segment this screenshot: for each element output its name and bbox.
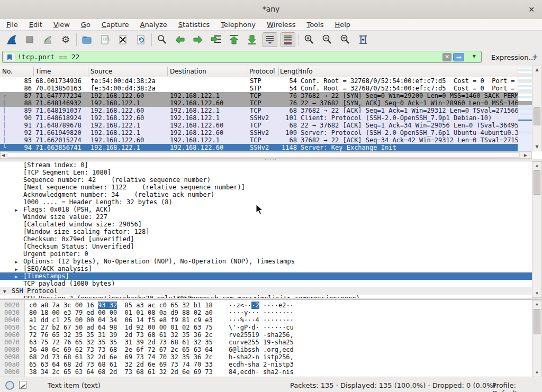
- packet-row[interactable]: └9471.663856741192.168.122.1192.168.122.…: [0, 144, 518, 151]
- scroll-left-icon[interactable]: ◀: [2, 152, 5, 159]
- detail-line[interactable]: [Next sequence number: 1122 (relative se…: [0, 184, 532, 191]
- hex-row[interactable]: 003080 18 00 e3 79 ed 00 00 01 01 08 0a …: [0, 309, 532, 316]
- go-last-button[interactable]: [245, 32, 259, 47]
- hex-bytes[interactable]: 38 34 2c 65 63 64 68 2d 73 68 61 32 2d 6…: [29, 368, 213, 376]
- zoom-original-button[interactable]: [338, 32, 353, 47]
- scroll-down-icon[interactable]: ▼: [532, 143, 541, 151]
- detail-line[interactable]: [TCP Segment Len: 1080]: [0, 169, 532, 176]
- menu-file[interactable]: File: [6, 21, 18, 29]
- hex-row[interactable]: 006072 76 65 32 35 35 31 39 2d 73 68 61 …: [0, 331, 532, 339]
- expert-info-icon[interactable]: [5, 381, 14, 390]
- hex-row[interactable]: 008036 40 6c 69 62 73 73 68 2e 6f 72 67 …: [0, 346, 532, 353]
- packet-row[interactable]: │8871.648146932192.168.122.1192.168.122.…: [0, 99, 518, 107]
- expression-button[interactable]: Expression…: [491, 53, 536, 61]
- scroll-right-icon[interactable]: ▶: [524, 152, 527, 159]
- detail-line[interactable]: [Stream index: 0]: [0, 161, 532, 169]
- restart-capture-button[interactable]: [40, 32, 55, 47]
- packet-list-header[interactable]: No.TimeSourceDestinationProtocolLengthIn…: [0, 66, 532, 78]
- reload-file-button[interactable]: [133, 32, 148, 47]
- scrollbar-thumb[interactable]: [534, 107, 540, 125]
- detail-line[interactable]: ▶SSH Version 2 (encryption:chacha20-poly…: [0, 295, 532, 298]
- detail-line[interactable]: [Window size scaling factor: 128]: [0, 228, 532, 235]
- packet-row[interactable]: │8971.648191037192.168.122.60192.168.122…: [0, 107, 518, 114]
- expanded-arrow-icon[interactable]: ▼: [3, 288, 6, 295]
- hex-ascii[interactable]: ····y··· ········: [229, 309, 294, 316]
- hex-row[interactable]: 00a065 63 64 68 2d 73 68 61 32 2d 6e 69 …: [0, 361, 532, 368]
- hex-bytes[interactable]: a1 dd c1 25 00 00 04 34 06 14 f5 e8 f9 8…: [29, 316, 213, 324]
- hex-bytes[interactable]: 5c 27 b2 67 50 ad 64 98 1d 92 00 00 01 0…: [29, 324, 213, 331]
- chevron-down-icon[interactable]: ▼: [473, 54, 476, 59]
- column-separator[interactable]: [278, 67, 279, 76]
- scroll-up-icon[interactable]: ▲: [532, 300, 541, 308]
- column-separator[interactable]: [299, 67, 299, 76]
- colorize-button[interactable]: [281, 32, 295, 47]
- hex-ascii[interactable]: ··z<···2 ····e2··: [229, 302, 294, 309]
- close-file-button[interactable]: [115, 32, 130, 47]
- detail-line[interactable]: ▼SSH Protocol: [0, 287, 532, 295]
- zoom-out-button[interactable]: [320, 32, 335, 47]
- hex-row[interactable]: 00505c 27 b2 67 50 ad 64 98 1d 92 00 00 …: [0, 324, 532, 331]
- hex-ascii[interactable]: curve255 19-sha25: [229, 339, 294, 346]
- capture-comment-icon[interactable]: [19, 381, 26, 389]
- hex-bytes[interactable]: 72 76 65 32 35 35 31 39 2d 73 68 61 32 3…: [29, 331, 213, 339]
- column-header-no[interactable]: No.: [2, 68, 13, 75]
- hex-row[interactable]: 009068 2d 73 68 61 32 2d 6e 69 73 74 70 …: [0, 353, 532, 361]
- collapsed-arrow-icon[interactable]: ▶: [15, 266, 17, 273]
- zoom-in-button[interactable]: [302, 32, 317, 47]
- packet-row[interactable]: 8568.001734936fe:54:00:d4:38:2aSTP54Conf…: [0, 77, 518, 85]
- detail-line[interactable]: ▶Options: (12 bytes), No-Operation (NOP)…: [0, 258, 532, 265]
- filter-input[interactable]: !tcp.port == 22: [17, 53, 440, 61]
- column-header-time[interactable]: Time: [35, 68, 51, 75]
- detail-line[interactable]: Acknowledgment number: 34 (relative ack …: [0, 191, 532, 198]
- filter-apply-button[interactable]: →: [453, 53, 464, 61]
- hex-ascii[interactable]: \'·gP·d· ······cu: [229, 324, 294, 331]
- scroll-down-icon[interactable]: ▼: [532, 369, 541, 377]
- menu-help[interactable]: Help: [335, 21, 350, 29]
- go-back-button[interactable]: [173, 32, 187, 47]
- scroll-up-icon[interactable]: ▲: [532, 162, 541, 169]
- collapsed-arrow-icon[interactable]: ▶: [15, 206, 17, 214]
- hex-bytes[interactable]: 36 40 6c 69 62 73 73 68 2e 6f 72 67 2c 6…: [29, 346, 213, 353]
- menu-go[interactable]: Go: [81, 21, 91, 29]
- column-separator[interactable]: [33, 67, 34, 76]
- close-window-icon[interactable]: ✕: [526, 4, 537, 15]
- go-forward-button[interactable]: [191, 32, 205, 47]
- save-file-button[interactable]: 01010110: [97, 32, 112, 47]
- hex-ascii[interactable]: ecdh-sha 2-nistp3: [229, 361, 294, 368]
- packet-list-vertical-scrollbar[interactable]: ▲ ▼: [532, 66, 542, 151]
- column-separator[interactable]: [167, 67, 168, 76]
- hex-ascii[interactable]: 84,ecdh- sha2-nis: [229, 368, 294, 376]
- display-filter-field[interactable]: !tcp.port == 22 ✕ → ▼: [2, 51, 482, 63]
- column-separator[interactable]: [248, 67, 248, 76]
- column-header-protocol[interactable]: Protocol: [249, 68, 275, 75]
- stop-capture-button[interactable]: [22, 32, 37, 47]
- hex-row[interactable]: 00b038 34 2c 65 63 64 68 2d 73 68 61 32 …: [0, 368, 532, 376]
- packet-row[interactable]: ┌8771.647777234192.168.122.60192.168.122…: [0, 92, 518, 99]
- find-packet-button[interactable]: [155, 32, 169, 47]
- menu-capture[interactable]: Capture: [102, 21, 129, 29]
- go-to-packet-button[interactable]: [209, 32, 223, 47]
- packet-row[interactable]: │9071.648618924192.168.122.60192.168.122…: [0, 114, 518, 122]
- column-header-destination[interactable]: Destination: [170, 68, 206, 75]
- detail-line[interactable]: 1000 .... = Header Length: 32 bytes (8): [0, 198, 532, 206]
- packet-row[interactable]: 8670.013850163fe:54:00:d4:38:2aSTP54Conf…: [0, 85, 518, 92]
- hex-bytes[interactable]: 68 2d 73 68 61 32 2d 6e 69 73 74 70 32 3…: [29, 353, 213, 361]
- menu-wireless[interactable]: Wireless: [267, 21, 295, 29]
- details-vertical-scrollbar[interactable]: ▲ ▼: [532, 161, 542, 298]
- collapsed-arrow-icon[interactable]: ▶: [15, 273, 17, 280]
- packet-row[interactable]: │9371.662015274192.168.122.60192.168.122…: [0, 136, 518, 144]
- hex-row[interactable]: 0040a1 dd c1 25 00 00 04 34 06 14 f5 e8 …: [0, 316, 532, 324]
- column-header-source[interactable]: Source: [91, 68, 112, 75]
- intelligent-scrollbar-minimap[interactable]: [518, 66, 532, 151]
- detail-line[interactable]: TCP payload (1080 bytes): [0, 280, 532, 287]
- filter-bookmark-button[interactable]: [4, 53, 15, 61]
- scrollbar-thumb[interactable]: [534, 309, 540, 334]
- detail-line[interactable]: Urgent pointer: 0: [0, 250, 532, 258]
- hex-row[interactable]: 0020c0 a8 7a 3c 00 16 93 32 85 a3 ac c0 …: [0, 302, 532, 309]
- collapsed-arrow-icon[interactable]: ▶: [15, 295, 17, 298]
- scroll-up-icon[interactable]: ▲: [532, 66, 541, 74]
- hex-bytes[interactable]: 63 75 72 76 65 32 35 35 31 39 2d 73 68 6…: [29, 339, 213, 346]
- detail-line[interactable]: [Checksum Status: Unverified]: [0, 243, 532, 250]
- hex-row[interactable]: 007063 75 72 76 65 32 35 35 31 39 2d 73 …: [0, 339, 532, 346]
- detail-line[interactable]: Window size value: 227: [0, 213, 532, 221]
